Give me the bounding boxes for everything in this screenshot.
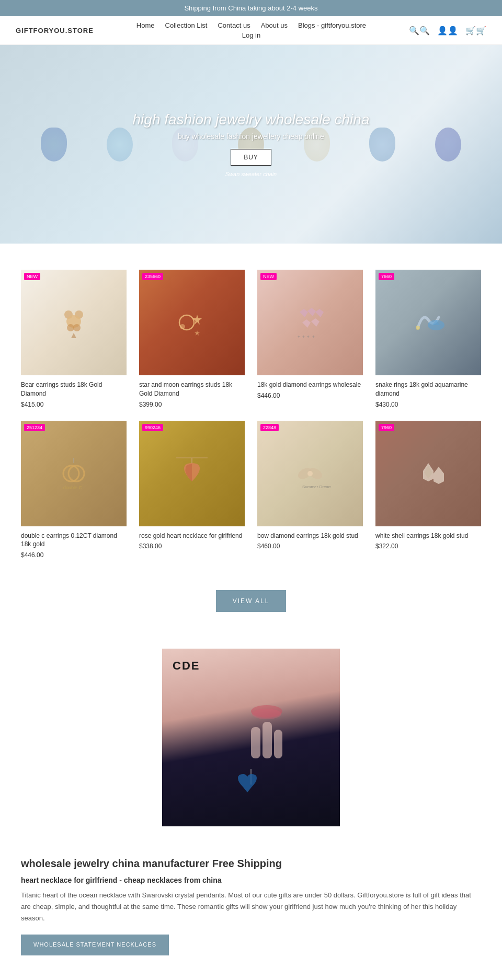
top-banner: Shipping from China taking about 2-4 wee… bbox=[0, 0, 502, 16]
header: GIFTFORYOU.STORE Home Collection List Co… bbox=[0, 16, 502, 45]
product-badge-4: 251234 bbox=[24, 424, 45, 431]
product-card-1[interactable]: 235660 star and moon earrings studs 18k … bbox=[139, 270, 245, 408]
product-badge-2: NEW bbox=[260, 273, 277, 280]
product-image-1: 235660 bbox=[139, 270, 245, 375]
product-badge-1: 235660 bbox=[142, 273, 163, 280]
svg-marker-5 bbox=[71, 333, 76, 338]
svg-marker-11 bbox=[307, 308, 316, 316]
svg-point-18 bbox=[416, 326, 420, 330]
product-illustration-3 bbox=[407, 302, 449, 343]
nav-blogs[interactable]: Blogs - giftforyou.store bbox=[298, 21, 366, 29]
hero-subtitle: buy wholesale fashion jewellery cheap on… bbox=[133, 132, 370, 141]
product-illustration-0 bbox=[53, 302, 95, 343]
svg-point-27 bbox=[307, 471, 313, 476]
product-card-5[interactable]: 990246 rose gold heart necklace for girl… bbox=[139, 421, 245, 559]
nav-row-main: Home Collection List Contact us About us… bbox=[136, 21, 366, 29]
wholesale-btn[interactable]: WHOLESALE STATEMENT NECKLACES bbox=[21, 935, 169, 955]
product-price-2: $446.00 bbox=[257, 392, 363, 399]
cart-icon[interactable]: 🛒 bbox=[465, 26, 486, 36]
product-badge-7: 7960 bbox=[379, 424, 394, 431]
svg-point-4 bbox=[73, 324, 81, 331]
nav-login[interactable]: Log in bbox=[242, 31, 260, 39]
product-price-3: $430.00 bbox=[375, 401, 481, 408]
featured-image-wrap: CDE bbox=[162, 649, 340, 826]
product-price-4: $446.00 bbox=[21, 551, 127, 559]
product-image-4: 251234 double C bbox=[21, 421, 127, 526]
nav-row-login: Log in bbox=[242, 31, 260, 39]
product-price-1: $399.00 bbox=[139, 401, 245, 408]
hero-section: high fashion jewelry wholesale china buy… bbox=[0, 45, 502, 244]
hero-title: high fashion jewelry wholesale china bbox=[133, 111, 370, 128]
product-illustration-2: ✦ ✦ ✦ ✦ bbox=[289, 302, 331, 343]
nav-collection[interactable]: Collection List bbox=[165, 21, 208, 29]
gem-6 bbox=[369, 128, 395, 162]
hero-caption: Swan sweater chain bbox=[133, 171, 370, 177]
product-badge-0: NEW bbox=[24, 273, 40, 280]
product-card-2[interactable]: NEW ✦ ✦ ✦ ✦ 18k gold diamond earrings wh… bbox=[257, 270, 363, 408]
svg-rect-36 bbox=[274, 730, 282, 758]
product-illustration-6: Summer Dream bbox=[289, 453, 331, 494]
product-badge-5: 990246 bbox=[142, 424, 163, 431]
svg-marker-13 bbox=[302, 319, 311, 328]
view-all-wrap: VIEW ALL bbox=[0, 590, 502, 612]
product-price-5: $338.00 bbox=[139, 543, 245, 550]
products-section: NEW Bear earrings studs 18k Gold Diamond… bbox=[0, 244, 502, 574]
view-all-button[interactable]: VIEW ALL bbox=[216, 590, 287, 612]
product-card-4[interactable]: 251234 double C double c earrings 0.12CT… bbox=[21, 421, 127, 559]
product-name-5: rose gold heart necklace for girlfriend bbox=[139, 532, 245, 540]
svg-point-8 bbox=[180, 324, 185, 329]
product-image-3: 7660 bbox=[375, 270, 481, 375]
banner-text: Shipping from China taking about 2-4 wee… bbox=[184, 4, 317, 12]
product-image-2: NEW ✦ ✦ ✦ ✦ bbox=[257, 270, 363, 375]
content-title: wholesale jewelry china manufacturer Fre… bbox=[21, 858, 481, 870]
search-icon[interactable]: 🔍 bbox=[409, 26, 430, 36]
svg-text:✦ ✦ ✦ ✦: ✦ ✦ ✦ ✦ bbox=[297, 335, 315, 339]
logo[interactable]: GIFTFORYOU.STORE bbox=[16, 27, 94, 34]
svg-point-3 bbox=[67, 324, 74, 331]
product-badge-6: 22848 bbox=[260, 424, 279, 431]
svg-text:double C: double C bbox=[63, 485, 83, 490]
user-icon[interactable]: 👤 bbox=[437, 26, 458, 36]
svg-point-33 bbox=[252, 709, 281, 719]
products-grid: NEW Bear earrings studs 18k Gold Diamond… bbox=[21, 270, 481, 559]
product-name-6: bow diamond earrings 18k gold stud bbox=[257, 532, 363, 540]
product-name-4: double c earrings 0.12CT diamond 18k gol… bbox=[21, 532, 127, 549]
gem-2 bbox=[107, 128, 133, 162]
product-card-7[interactable]: 7960 white shell earrings 18k gold stud … bbox=[375, 421, 481, 559]
product-price-7: $322.00 bbox=[375, 543, 481, 550]
product-name-0: Bear earrings studs 18k Gold Diamond bbox=[21, 381, 127, 398]
product-image-6: 22848 Summer Dream bbox=[257, 421, 363, 526]
product-name-2: 18k gold diamond earrings wholesale bbox=[257, 381, 363, 389]
content-section: wholesale jewelry china manufacturer Fre… bbox=[0, 847, 502, 976]
product-card-0[interactable]: NEW Bear earrings studs 18k Gold Diamond… bbox=[21, 270, 127, 408]
product-price-0: $415.00 bbox=[21, 401, 127, 408]
svg-rect-35 bbox=[263, 722, 272, 758]
hero-content: high fashion jewelry wholesale china buy… bbox=[133, 111, 370, 177]
gem-7 bbox=[435, 128, 461, 162]
product-illustration-5 bbox=[171, 453, 213, 494]
header-icons: 🔍 👤 🛒 bbox=[409, 26, 486, 36]
product-illustration-7 bbox=[407, 453, 449, 494]
product-image-5: 990246 bbox=[139, 421, 245, 526]
product-price-6: $460.00 bbox=[257, 543, 363, 550]
product-card-3[interactable]: 7660 snake rings 18k gold aquamarine dia… bbox=[375, 270, 481, 408]
featured-section: CDE bbox=[0, 638, 502, 847]
content-text: Titanic heart of the ocean necklace with… bbox=[21, 890, 481, 924]
product-name-1: star and moon earrings studs 18k Gold Di… bbox=[139, 381, 245, 398]
product-image-7: 7960 bbox=[375, 421, 481, 526]
main-nav: Home Collection List Contact us About us… bbox=[136, 21, 366, 39]
gem-1 bbox=[41, 128, 67, 162]
product-illustration-1 bbox=[171, 302, 213, 343]
cde-logo: CDE bbox=[173, 659, 200, 673]
product-card-6[interactable]: 22848 Summer Dream bow diamond earrings … bbox=[257, 421, 363, 559]
featured-illustration bbox=[162, 649, 340, 826]
nav-home[interactable]: Home bbox=[136, 21, 155, 29]
product-name-3: snake rings 18k gold aquamarine diamond bbox=[375, 381, 481, 398]
product-image-0: NEW bbox=[21, 270, 127, 375]
nav-about[interactable]: About us bbox=[261, 21, 288, 29]
svg-marker-12 bbox=[315, 309, 324, 317]
svg-marker-10 bbox=[300, 309, 308, 317]
svg-marker-31 bbox=[433, 467, 444, 484]
hero-buy-button[interactable]: BUY bbox=[231, 149, 271, 166]
nav-contact[interactable]: Contact us bbox=[218, 21, 250, 29]
